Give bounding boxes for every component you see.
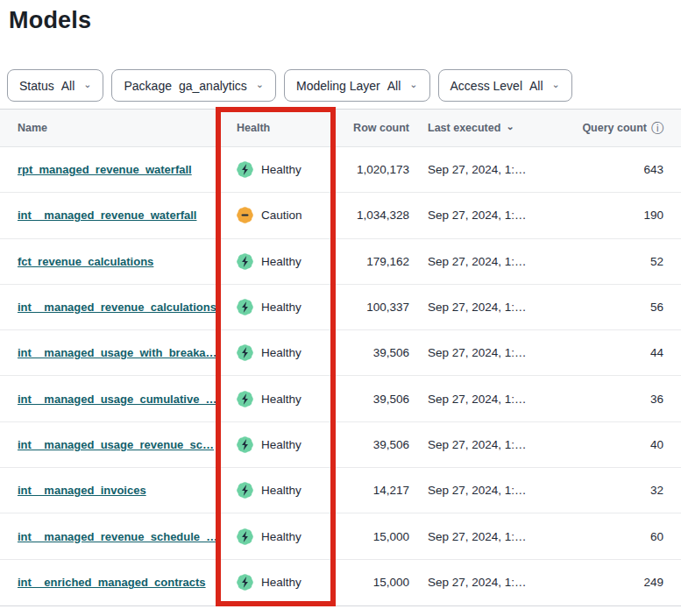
model-name-link[interactable]: int__managed_revenue_waterfall xyxy=(18,209,196,222)
model-name-link[interactable]: int__managed_usage_with_breaka… xyxy=(18,346,216,359)
model-name-link[interactable]: int__managed_revenue_calculations xyxy=(18,301,216,314)
table-row: int__managed_revenue_schedule_… Healthy xyxy=(0,513,681,559)
health-status-icon xyxy=(237,574,253,591)
filter-status[interactable]: Status All ⌄ xyxy=(7,69,103,102)
filter-bar: Status All ⌄ Package ga_analytics ⌄ Mode… xyxy=(7,69,681,102)
header-last-executed[interactable]: Last executed ⌄ xyxy=(409,122,558,134)
model-name-link[interactable]: int__managed_usage_cumulative_… xyxy=(18,393,216,406)
query-count-value: 40 xyxy=(558,438,681,451)
table-row: int__managed_invoices Healthy 14,2 xyxy=(0,468,681,513)
model-name-link[interactable]: int__managed_revenue_schedule_… xyxy=(18,530,216,543)
health-status-label: Healthy xyxy=(261,530,301,543)
table-row: rpt_managed_revenue_waterfall Healthy xyxy=(0,147,681,193)
row-count-value: 100,337 xyxy=(334,301,409,314)
model-name-link[interactable]: rpt_managed_revenue_waterfall xyxy=(18,163,192,176)
table-row: int__managed_usage_cumulative_… Healthy xyxy=(0,376,681,421)
header-row-count: Row count xyxy=(334,122,409,134)
health-status-label: Caution xyxy=(261,209,302,222)
model-name-link[interactable]: int__enriched_managed_contracts xyxy=(18,576,206,589)
last-executed-value: Sep 27, 2024, 1:… xyxy=(409,576,558,589)
header-health: Health xyxy=(216,122,334,134)
query-count-value: 52 xyxy=(558,255,681,268)
chevron-down-icon: ⌄ xyxy=(506,122,514,131)
table-row: int__managed_usage_with_breaka… Healthy xyxy=(0,330,681,376)
health-status-label: Healthy xyxy=(261,301,301,314)
health-status-icon xyxy=(237,207,253,223)
row-count-value: 39,506 xyxy=(334,346,409,359)
model-name-link[interactable]: int__managed_invoices xyxy=(18,484,146,497)
health-status-icon xyxy=(237,528,253,545)
filter-value: All xyxy=(387,79,401,93)
table-row: fct_revenue_calculations Healthy 1 xyxy=(0,239,681,285)
table-row: int__enriched_managed_contracts Healthy xyxy=(0,560,681,605)
health-status-label: Healthy xyxy=(261,393,301,406)
query-count-value: 36 xyxy=(558,393,681,406)
row-count-value: 1,034,328 xyxy=(334,209,409,222)
row-count-value: 14,217 xyxy=(334,484,409,497)
filter-value: All xyxy=(529,79,543,93)
model-name-link[interactable]: int__managed_usage_revenue_sc… xyxy=(18,438,214,451)
chevron-down-icon: ⌄ xyxy=(552,80,560,89)
health-status-label: Healthy xyxy=(261,163,301,176)
models-page: Models Status All ⌄ Package ga_analytics… xyxy=(0,0,681,616)
header-last-executed-label: Last executed xyxy=(428,122,500,134)
row-count-value: 179,162 xyxy=(334,255,409,268)
page-title: Models xyxy=(9,7,681,34)
health-status-label: Healthy xyxy=(261,576,301,589)
query-count-value: 643 xyxy=(558,163,681,176)
query-count-value: 56 xyxy=(558,301,681,314)
header-name: Name xyxy=(0,122,216,134)
row-count-value: 39,506 xyxy=(334,438,409,451)
last-executed-value: Sep 27, 2024, 1:… xyxy=(409,346,558,359)
filter-value: All xyxy=(61,79,75,93)
info-circle-icon[interactable]: ⓘ xyxy=(651,122,663,134)
filter-label: Package xyxy=(124,79,171,93)
health-status-label: Healthy xyxy=(261,255,301,268)
last-executed-value: Sep 27, 2024, 1:… xyxy=(409,209,558,222)
health-status-icon xyxy=(237,391,253,407)
chevron-down-icon: ⌄ xyxy=(256,80,264,89)
last-executed-value: Sep 27, 2024, 1:… xyxy=(409,163,558,176)
filter-package[interactable]: Package ga_analytics ⌄ xyxy=(111,69,276,102)
table-body: rpt_managed_revenue_waterfall Healthy xyxy=(0,147,681,605)
query-count-value: 60 xyxy=(558,530,681,543)
query-count-value: 44 xyxy=(558,346,681,359)
query-count-value: 32 xyxy=(558,484,681,497)
last-executed-value: Sep 27, 2024, 1:… xyxy=(409,438,558,451)
query-count-value: 249 xyxy=(558,576,681,589)
query-count-value: 190 xyxy=(558,209,681,222)
health-status-icon xyxy=(237,253,253,270)
filter-label: Access Level xyxy=(450,79,522,93)
health-status-icon xyxy=(237,482,253,499)
filter-label: Modeling Layer xyxy=(296,79,380,93)
models-table: Name Health Row count Last executed ⌄ Qu… xyxy=(0,109,681,606)
health-status-icon xyxy=(237,344,253,361)
last-executed-value: Sep 27, 2024, 1:… xyxy=(409,530,558,543)
health-status-label: Healthy xyxy=(261,438,301,451)
table-row: int__managed_usage_revenue_sc… Healthy xyxy=(0,422,681,468)
health-status-icon xyxy=(237,161,253,178)
header-query-count: Query count ⓘ xyxy=(558,122,681,134)
last-executed-value: Sep 27, 2024, 1:… xyxy=(409,255,558,268)
row-count-value: 39,506 xyxy=(334,393,409,406)
row-count-value: 15,000 xyxy=(334,530,409,543)
chevron-down-icon: ⌄ xyxy=(83,80,91,89)
table-row: int__managed_revenue_waterfall Caution xyxy=(0,193,681,238)
last-executed-value: Sep 27, 2024, 1:… xyxy=(409,484,558,497)
table-header: Name Health Row count Last executed ⌄ Qu… xyxy=(0,110,681,147)
chevron-down-icon: ⌄ xyxy=(409,80,417,89)
health-status-label: Healthy xyxy=(261,346,301,359)
health-status-label: Healthy xyxy=(261,484,301,497)
row-count-value: 15,000 xyxy=(334,576,409,589)
filter-label: Status xyxy=(19,79,54,93)
last-executed-value: Sep 27, 2024, 1:… xyxy=(409,301,558,314)
header-query-count-label: Query count xyxy=(582,122,647,134)
health-status-icon xyxy=(237,436,253,453)
model-name-link[interactable]: fct_revenue_calculations xyxy=(18,255,153,268)
filter-access-level[interactable]: Access Level All ⌄ xyxy=(438,69,572,102)
filter-modeling-layer[interactable]: Modeling Layer All ⌄ xyxy=(284,69,430,102)
last-executed-value: Sep 27, 2024, 1:… xyxy=(409,393,558,406)
row-count-value: 1,020,173 xyxy=(334,163,409,176)
table-row: int__managed_revenue_calculations Health… xyxy=(0,285,681,330)
filter-value: ga_analytics xyxy=(179,79,247,93)
